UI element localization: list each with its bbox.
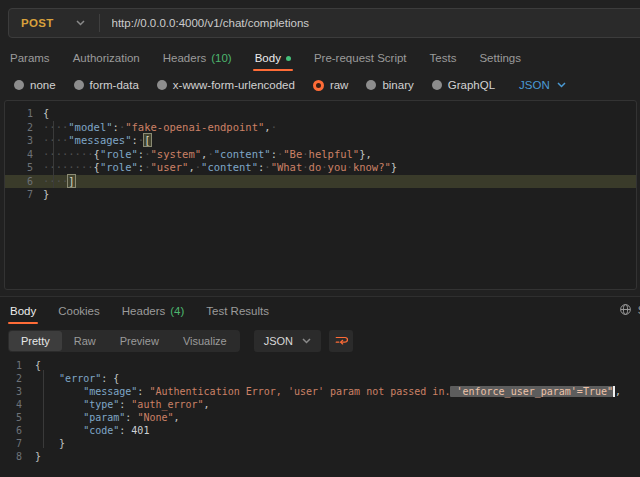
tab-label: Pre-request Script (314, 52, 407, 64)
globe-icon[interactable] (619, 303, 632, 316)
view-mode-pretty[interactable]: Pretty (9, 331, 62, 351)
line-number: 6 (0, 424, 22, 437)
tab-headers[interactable]: Headers(10) (163, 52, 232, 64)
tab-body[interactable]: Body (255, 52, 291, 64)
body-type-label: form-data (90, 79, 139, 91)
code-text: } (35, 450, 41, 463)
code-line[interactable]: 2 "error": { (0, 372, 640, 385)
response-language-selector[interactable]: JSON (254, 330, 321, 352)
view-mode-visualize[interactable]: Visualize (171, 331, 239, 351)
code-line[interactable]: 1{ (0, 359, 640, 372)
radio-unselected-icon (74, 80, 84, 90)
line-number: 7 (5, 188, 33, 202)
body-type-form-data[interactable]: form-data (74, 79, 139, 91)
body-type-raw[interactable]: raw (313, 79, 349, 91)
line-number: 3 (0, 385, 22, 398)
body-type-x-www-form-urlencoded[interactable]: x-www-form-urlencoded (157, 79, 295, 91)
code-line[interactable]: 1{ (5, 107, 636, 121)
line-number: 5 (0, 411, 22, 424)
code-line[interactable]: 7 } (0, 437, 640, 450)
code-line[interactable]: 7} (5, 188, 636, 202)
radio-unselected-icon (432, 80, 442, 90)
code-line[interactable]: 3 "message": "Authentication Error, 'use… (0, 385, 640, 398)
wrap-line-button[interactable] (329, 330, 353, 352)
line-number: 1 (0, 359, 22, 372)
code-text: "code": 401 (35, 424, 149, 437)
line-number: 1 (5, 107, 33, 121)
code-line[interactable]: 6····] (5, 175, 636, 189)
body-type-graphql[interactable]: GraphQL (432, 79, 495, 91)
tab-cookies[interactable]: Cookies (58, 305, 100, 317)
response-tabs: BodyCookiesHeaders(4)Test Results S (0, 297, 640, 324)
tab-headers[interactable]: Headers(4) (122, 305, 185, 317)
tab-settings[interactable]: Settings (479, 52, 521, 64)
radio-unselected-icon (14, 80, 24, 90)
code-line[interactable]: 6 "code": 401 (0, 424, 640, 437)
tab-pre-request-script[interactable]: Pre-request Script (314, 52, 407, 64)
view-mode-group: PrettyRawPreviewVisualize (8, 330, 240, 352)
url-input[interactable] (100, 17, 640, 29)
tab-params[interactable]: Params (10, 52, 50, 64)
code-line[interactable]: 4········{"role":·"system",·"content":·"… (5, 148, 636, 162)
line-number: 4 (5, 148, 33, 162)
code-text: ····] (43, 175, 75, 189)
body-type-label: x-www-form-urlencoded (173, 79, 295, 91)
tab-count: (10) (211, 52, 231, 64)
tab-label: Headers (122, 305, 165, 317)
method-label: POST (21, 17, 54, 29)
request-language-selector[interactable]: JSON (519, 79, 566, 91)
tab-label: Authorization (73, 52, 140, 64)
line-number: 6 (5, 175, 33, 189)
indent-guide (43, 370, 44, 448)
body-type-binary[interactable]: binary (366, 79, 413, 91)
code-text: ····"model":·"fake-openai-endpoint",· (43, 121, 277, 135)
indent-guide (53, 121, 54, 188)
code-line[interactable]: 3····"messages":·[ (5, 134, 636, 148)
modified-dot (286, 56, 291, 61)
chevron-down-icon (302, 338, 311, 344)
request-language-label: JSON (519, 79, 550, 91)
tab-test-results[interactable]: Test Results (206, 305, 269, 317)
tab-label: Test Results (206, 305, 269, 317)
view-mode-preview[interactable]: Preview (108, 331, 171, 351)
tab-count: (4) (170, 305, 184, 317)
tab-body[interactable]: Body (10, 305, 36, 317)
body-type-none[interactable]: none (14, 79, 56, 91)
chevron-down-icon (557, 82, 566, 88)
radio-selected-icon (313, 80, 324, 91)
tab-authorization[interactable]: Authorization (73, 52, 140, 64)
code-text: { (43, 107, 49, 121)
code-line[interactable]: 5 "param": "None", (0, 411, 640, 424)
code-text: "error": { (35, 372, 119, 385)
line-number: 4 (0, 398, 22, 411)
radio-unselected-icon (157, 80, 167, 90)
code-line[interactable]: 5········{"role":·"user",·"content":·"Wh… (5, 161, 636, 175)
tab-label: Headers (163, 52, 206, 64)
code-text: ········{"role":·"system",·"content":·"B… (43, 148, 372, 162)
tab-label: Body (10, 305, 36, 317)
tab-tests[interactable]: Tests (430, 52, 457, 64)
tab-label: Params (10, 52, 50, 64)
code-line[interactable]: 8} (0, 450, 640, 463)
code-line[interactable]: 2····"model":·"fake-openai-endpoint",· (5, 121, 636, 135)
code-text: ····"messages":·[ (43, 134, 151, 148)
line-number: 8 (0, 450, 22, 463)
response-toolbar: PrettyRawPreviewVisualize JSON (8, 330, 640, 352)
code-text: { (35, 359, 41, 372)
line-number: 2 (0, 372, 22, 385)
code-text: } (43, 188, 49, 202)
body-type-label: binary (382, 79, 413, 91)
line-number: 2 (5, 121, 33, 135)
view-mode-raw[interactable]: Raw (62, 331, 108, 351)
tab-label: Body (255, 52, 281, 64)
body-type-label: none (30, 79, 56, 91)
code-line[interactable]: 4 "type": "auth_error", (0, 398, 640, 411)
code-text: } (35, 437, 65, 450)
tab-label: Tests (430, 52, 457, 64)
method-selector[interactable]: POST (9, 9, 99, 37)
request-body-editor[interactable]: 1{2····"model":·"fake-openai-endpoint",·… (4, 100, 637, 290)
line-number: 5 (5, 161, 33, 175)
chevron-down-icon (76, 20, 85, 26)
line-number: 3 (5, 134, 33, 148)
response-language-label: JSON (264, 335, 293, 347)
